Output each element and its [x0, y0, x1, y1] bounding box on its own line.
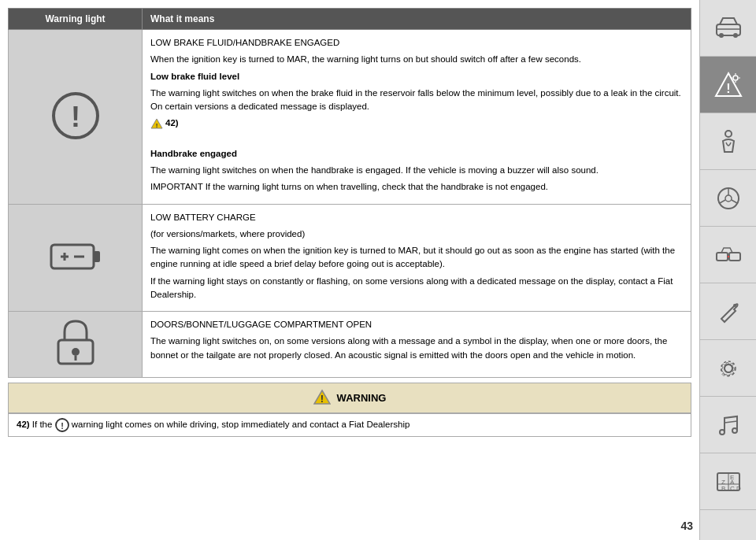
sidebar-item-warning[interactable]: !	[700, 57, 756, 113]
sidebar-item-map[interactable]: Z B E A C D	[700, 453, 756, 510]
svg-point-27	[725, 131, 732, 137]
content-paragraph: LOW BATTERY CHARGE	[150, 211, 683, 224]
footnote-text-pre: If the	[32, 420, 55, 429]
settings-icon	[713, 353, 743, 383]
svg-text:!: !	[320, 393, 323, 405]
sidebar-item-music[interactable]	[700, 397, 756, 453]
content-paragraph: Low brake fluid level	[150, 70, 683, 83]
warning-banner: ! WARNING	[8, 383, 691, 413]
sidebar-item-person[interactable]	[700, 113, 756, 170]
warning-triangle-icon: !	[313, 389, 331, 407]
svg-point-17	[719, 33, 724, 38]
svg-text:!: !	[726, 82, 730, 95]
footnote-inline-icon: !	[55, 420, 72, 429]
svg-point-18	[733, 33, 738, 38]
content-paragraph: !42)	[150, 117, 683, 130]
content-paragraph: DOORS/BONNET/LUGGAGE COMPARTMENT OPEN	[150, 318, 683, 331]
sidebar-item-tools[interactable]	[700, 283, 756, 340]
tools-icon	[713, 297, 743, 327]
svg-rect-34	[729, 253, 740, 261]
svg-rect-5	[94, 251, 100, 262]
svg-text:!: !	[71, 101, 80, 133]
svg-line-42	[724, 421, 737, 423]
col-header-light: Warning light	[9, 9, 143, 30]
svg-text:D: D	[736, 485, 741, 492]
svg-text:!: !	[61, 421, 64, 431]
svg-point-41	[732, 428, 737, 433]
sidebar-item-accident[interactable]	[700, 227, 756, 283]
svg-point-29	[725, 195, 732, 202]
icon-cell-lock	[9, 312, 143, 378]
right-sidebar: !	[699, 0, 756, 540]
warning-table: Warning light What it means ! LOW BRAKE …	[8, 8, 691, 378]
svg-point-10	[72, 348, 80, 356]
text-cell-1: LOW BATTERY CHARGE(for versions/markets,…	[143, 204, 691, 312]
steering-icon	[713, 183, 743, 213]
music-icon	[713, 410, 743, 440]
car-icon	[713, 13, 743, 43]
content-paragraph: The warning light switches on when the h…	[150, 164, 683, 177]
content-paragraph: Handbrake engaged	[150, 147, 683, 161]
content-paragraph: The warning light switches on when the b…	[150, 87, 683, 114]
svg-rect-33	[717, 253, 728, 261]
page-number: 43	[680, 520, 693, 532]
footnote-text-post: warning light comes on while driving, st…	[72, 420, 410, 429]
table-row: ! LOW BRAKE FLUID/HANDBRAKE ENGAGEDWhen …	[9, 30, 691, 205]
svg-rect-4	[51, 245, 94, 268]
content-paragraph: The warning light switches on, on some v…	[150, 335, 683, 362]
svg-point-40	[720, 430, 724, 435]
ref-warning: !42)	[150, 118, 179, 128]
sidebar-item-settings[interactable]	[700, 340, 756, 397]
content-paragraph: The warning light comes on when the igni…	[150, 244, 683, 272]
icon-cell-battery	[9, 204, 143, 312]
content-paragraph: If the warning light stays on constantly…	[150, 275, 683, 302]
col-header-meaning: What it means	[143, 9, 691, 30]
main-content: Warning light What it means ! LOW BRAKE …	[0, 0, 699, 540]
table-row: LOW BATTERY CHARGE(for versions/markets,…	[9, 204, 691, 312]
sidebar-item-steering[interactable]	[700, 170, 756, 227]
content-paragraph: When the ignition key is turned to MAR, …	[150, 53, 683, 66]
content-paragraph: (for versions/markets, where provided)	[150, 227, 683, 241]
text-cell-0: LOW BRAKE FLUID/HANDBRAKE ENGAGEDWhen th…	[143, 30, 691, 205]
svg-text:B: B	[721, 485, 725, 492]
accident-icon	[713, 240, 743, 270]
table-row: DOORS/BONNET/LUGGAGE COMPARTMENT OPENThe…	[9, 312, 691, 378]
map-icon: Z B E A C D	[713, 467, 743, 497]
svg-line-32	[732, 200, 737, 203]
footnote-number: 42)	[17, 420, 30, 429]
svg-point-36	[733, 304, 736, 307]
content-paragraph: LOW BRAKE FLUID/HANDBRAKE ENGAGED	[150, 36, 683, 50]
svg-line-31	[720, 200, 725, 203]
svg-point-38	[724, 364, 732, 372]
svg-text:C: C	[730, 485, 735, 492]
content-paragraph: IMPORTANT If the warning light turns on …	[150, 180, 683, 194]
warning-light-icon: !	[713, 70, 743, 100]
person-icon	[713, 127, 743, 157]
svg-point-22	[733, 76, 738, 80]
sidebar-item-car[interactable]	[700, 0, 756, 57]
icon-cell-exclamation: !	[9, 30, 143, 205]
svg-text:!: !	[156, 122, 158, 129]
warning-banner-text: WARNING	[337, 392, 387, 404]
footnote: 42) If the ! warning light comes on whil…	[8, 413, 691, 437]
text-cell-2: DOORS/BONNET/LUGGAGE COMPARTMENT OPENThe…	[143, 312, 691, 378]
